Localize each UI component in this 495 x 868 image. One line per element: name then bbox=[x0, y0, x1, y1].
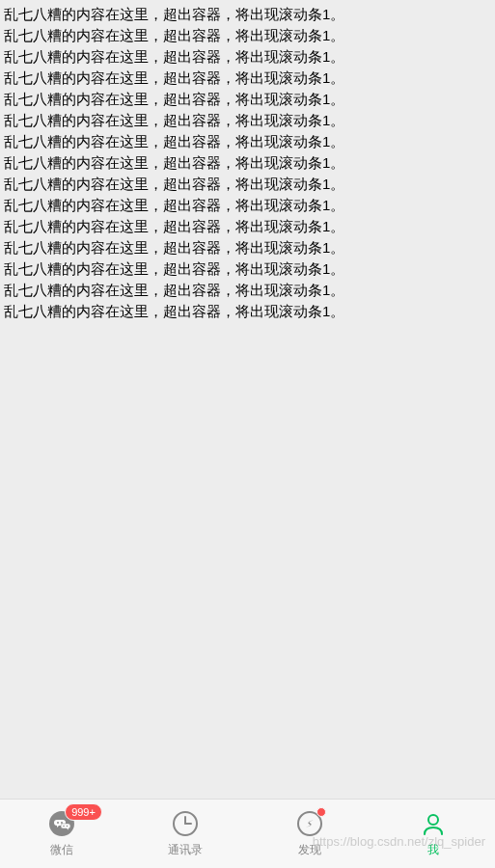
tabbar: 999+ 微信 通讯录 发现 bbox=[0, 799, 495, 868]
compass-icon bbox=[295, 809, 324, 838]
content-line: 乱七八糟的内容在这里，超出容器，将出现滚动条1。 bbox=[4, 216, 491, 237]
clock-icon bbox=[171, 809, 200, 838]
chat-icon: 999+ bbox=[47, 809, 76, 838]
tab-label: 微信 bbox=[50, 842, 73, 858]
svg-point-3 bbox=[63, 826, 65, 827]
tab-label: 通讯录 bbox=[168, 842, 203, 858]
content-line: 乱七八糟的内容在这里，超出容器，将出现滚动条1。 bbox=[4, 110, 491, 131]
content-line: 乱七八糟的内容在这里，超出容器，将出现滚动条1。 bbox=[4, 4, 491, 25]
tab-wechat[interactable]: 999+ 微信 bbox=[0, 800, 124, 868]
badge-count: 999+ bbox=[65, 803, 102, 821]
notification-dot bbox=[316, 807, 326, 817]
person-icon bbox=[419, 809, 448, 838]
content-line: 乱七八糟的内容在这里，超出容器，将出现滚动条1。 bbox=[4, 89, 491, 110]
tab-label: 发现 bbox=[298, 842, 321, 858]
svg-marker-10 bbox=[310, 820, 314, 824]
svg-marker-11 bbox=[306, 824, 310, 827]
content-line: 乱七八糟的内容在这里，超出容器，将出现滚动条1。 bbox=[4, 195, 491, 216]
content-line: 乱七八糟的内容在这里，超出容器，将出现滚动条1。 bbox=[4, 280, 491, 301]
tab-me[interactable]: 我 bbox=[371, 800, 495, 868]
content-line: 乱七八糟的内容在这里，超出容器，将出现滚动条1。 bbox=[4, 237, 491, 258]
tab-contacts[interactable]: 通讯录 bbox=[124, 800, 247, 868]
svg-marker-12 bbox=[306, 820, 314, 827]
svg-point-1 bbox=[57, 822, 59, 824]
content-line: 乱七八糟的内容在这里，超出容器，将出现滚动条1。 bbox=[4, 152, 491, 174]
content-line: 乱七八糟的内容在这里，超出容器，将出现滚动条1。 bbox=[4, 258, 491, 280]
content-line: 乱七八糟的内容在这里，超出容器，将出现滚动条1。 bbox=[4, 68, 491, 89]
content-area[interactable]: 乱七八糟的内容在这里，超出容器，将出现滚动条1。乱七八糟的内容在这里，超出容器，… bbox=[0, 0, 495, 799]
tab-discover[interactable]: 发现 bbox=[248, 800, 371, 868]
content-line: 乱七八糟的内容在这里，超出容器，将出现滚动条1。 bbox=[4, 174, 491, 195]
content-line: 乱七八糟的内容在这里，超出容器，将出现滚动条1。 bbox=[4, 46, 491, 68]
svg-point-13 bbox=[428, 815, 438, 825]
content-line: 乱七八糟的内容在这里，超出容器，将出现滚动条1。 bbox=[4, 301, 491, 322]
content-line: 乱七八糟的内容在这里，超出容器，将出现滚动条1。 bbox=[4, 131, 491, 152]
tab-label: 我 bbox=[427, 842, 439, 858]
content-line: 乱七八糟的内容在这里，超出容器，将出现滚动条1。 bbox=[4, 25, 491, 46]
svg-point-2 bbox=[61, 822, 63, 824]
svg-point-4 bbox=[67, 826, 69, 827]
